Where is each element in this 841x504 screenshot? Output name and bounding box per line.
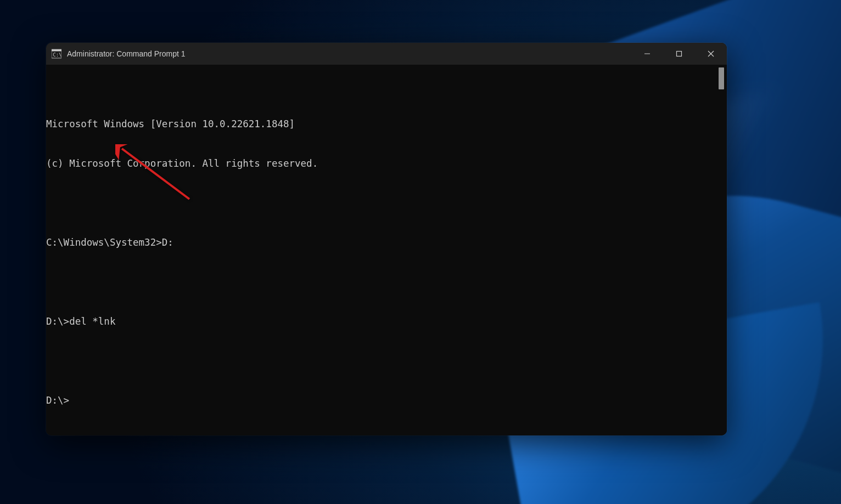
close-button[interactable] xyxy=(695,43,727,65)
svg-rect-1 xyxy=(52,49,61,51)
terminal-viewport[interactable]: Microsoft Windows [Version 10.0.22621.18… xyxy=(46,65,727,435)
cmd-app-icon: C:\ xyxy=(52,49,61,59)
terminal-command: D: xyxy=(162,236,173,249)
terminal-prompt: D:\> xyxy=(46,315,69,328)
command-prompt-window: C:\ Administrator: Command Prompt 1 Micr… xyxy=(46,43,727,435)
maximize-button[interactable] xyxy=(663,43,695,65)
svg-text:C:\: C:\ xyxy=(53,52,61,58)
terminal-prompt: D:\> xyxy=(46,394,69,407)
terminal-output: Microsoft Windows [Version 10.0.22621.18… xyxy=(46,91,727,433)
terminal-prompt: C:\Windows\System32> xyxy=(46,236,162,249)
terminal-command: del *lnk xyxy=(69,315,115,328)
minimize-button[interactable] xyxy=(631,43,663,65)
window-controls xyxy=(631,43,727,65)
svg-rect-4 xyxy=(677,52,682,56)
scrollbar-thumb[interactable] xyxy=(719,67,724,89)
window-title: Administrator: Command Prompt 1 xyxy=(67,49,631,58)
terminal-text: Microsoft Windows [Version 10.0.22621.18… xyxy=(46,117,295,131)
terminal-text: (c) Microsoft Corporation. All rights re… xyxy=(46,157,318,170)
window-titlebar[interactable]: C:\ Administrator: Command Prompt 1 xyxy=(46,43,727,65)
